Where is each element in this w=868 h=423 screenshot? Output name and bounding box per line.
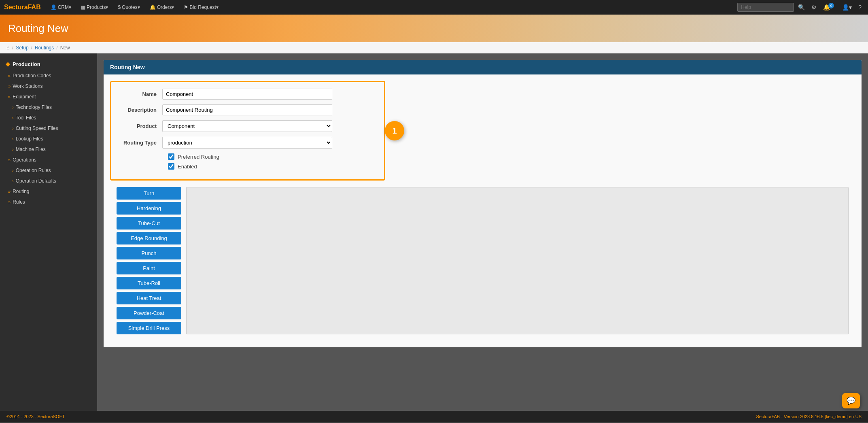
breadcrumb-setup[interactable]: Setup — [16, 45, 28, 51]
nav-quotes[interactable]: $ Quotes▾ — [114, 3, 144, 12]
chevron-icon: › — [12, 105, 14, 110]
op-btn-tube-cut[interactable]: Tube-Cut — [117, 217, 181, 230]
op-btn-punch[interactable]: Punch — [117, 247, 181, 259]
top-nav: SecturaFAB 👤 CRM▾ ▦ Products▾ $ Quotes▾ … — [0, 0, 868, 15]
routing-new-card: Routing New Name Description Product — [104, 60, 862, 347]
sidebar-item-equipment[interactable]: » Equipment — [0, 91, 97, 102]
product-label: Product — [118, 123, 162, 129]
operations-area: Turn Hardening Tube-Cut Edge Rounding Pu… — [110, 181, 855, 341]
nav-bid-request[interactable]: ⚑ Bid Request▾ — [180, 3, 222, 12]
settings-icon[interactable]: ⚙ — [809, 2, 819, 12]
name-label: Name — [118, 91, 162, 97]
header-banner: Routing New — [0, 15, 868, 42]
sidebar: ◆ Production » Production Codes » Work S… — [0, 53, 97, 411]
brand-part1: Sectura — [4, 4, 28, 11]
help-icon[interactable]: ? — [856, 2, 864, 12]
breadcrumb-current: New — [60, 45, 70, 51]
op-btn-tube-roll[interactable]: Tube-Roll — [117, 277, 181, 289]
enabled-checkbox[interactable] — [168, 163, 174, 170]
operations-detail-panel — [186, 187, 849, 334]
chevron-icon: › — [12, 147, 14, 152]
preferred-routing-checkbox[interactable] — [168, 153, 174, 160]
description-row: Description — [118, 104, 378, 115]
sidebar-item-technology-files[interactable]: › Technology Files — [0, 102, 97, 113]
chevron-icon: » — [8, 84, 11, 89]
chevron-icon: » — [8, 73, 11, 78]
chevron-icon: › — [12, 115, 14, 120]
enabled-row: Enabled — [118, 163, 378, 170]
user-icon[interactable]: 👤▾ — [840, 2, 854, 12]
nav-products[interactable]: ▦ Products▾ — [77, 3, 112, 12]
chevron-icon: » — [8, 157, 11, 162]
footer-version: SecturaFAB - Version 2023.8.16.5 [kec_de… — [756, 414, 862, 419]
chevron-icon: › — [12, 168, 14, 173]
description-input[interactable] — [162, 104, 332, 115]
diamond-icon: ◆ — [6, 61, 10, 67]
product-row: Product Component — [118, 120, 378, 132]
breadcrumb: ⌂ / Setup / Routings / New — [0, 42, 868, 53]
routing-type-select[interactable]: production — [162, 137, 332, 149]
footer: ©2014 - 2023 - SecturaSOFT SecturaFAB - … — [0, 411, 868, 422]
main-layout: ◆ Production » Production Codes » Work S… — [0, 53, 868, 411]
routing-type-label: Routing Type — [118, 140, 162, 146]
sidebar-item-tool-files[interactable]: › Tool Files — [0, 113, 97, 123]
sidebar-production-header: ◆ Production — [0, 57, 97, 70]
chevron-icon: » — [8, 94, 11, 99]
sidebar-item-routing[interactable]: » Routing — [0, 186, 97, 197]
op-btn-paint[interactable]: Paint — [117, 262, 181, 274]
footer-copyright: ©2014 - 2023 - SecturaSOFT — [6, 414, 65, 419]
name-input[interactable] — [162, 89, 332, 100]
nav-orders[interactable]: 🔔 Orders▾ — [146, 3, 178, 12]
chevron-icon: » — [8, 200, 11, 204]
op-btn-heat-treat[interactable]: Heat Treat — [117, 292, 181, 304]
preferred-routing-label: Preferred Routing — [178, 154, 219, 160]
op-btn-edge-rounding[interactable]: Edge Rounding — [117, 232, 181, 244]
sidebar-item-cutting-speed-files[interactable]: › Cutting Speed Files — [0, 123, 97, 134]
routing-type-row: Routing Type production — [118, 137, 378, 149]
sidebar-item-machine-files[interactable]: › Machine Files — [0, 144, 97, 155]
op-btn-turn[interactable]: Turn — [117, 187, 181, 200]
card-header: Routing New — [104, 60, 862, 74]
brand-logo: SecturaFAB — [4, 4, 41, 11]
operations-buttons-list: Turn Hardening Tube-Cut Edge Rounding Pu… — [117, 187, 181, 334]
sidebar-item-operations[interactable]: » Operations — [0, 155, 97, 165]
breadcrumb-routings[interactable]: Routings — [35, 45, 54, 51]
sidebar-item-lookup-files[interactable]: › Lookup Files — [0, 134, 97, 144]
nav-crm[interactable]: 👤 CRM▾ — [47, 3, 75, 12]
sidebar-item-work-stations[interactable]: » Work Stations — [0, 81, 97, 91]
sidebar-item-operation-defaults[interactable]: › Operation Defaults — [0, 176, 97, 186]
name-row: Name — [118, 89, 378, 100]
op-btn-hardening[interactable]: Hardening — [117, 202, 181, 215]
chat-button[interactable]: 💬 — [842, 393, 860, 408]
enabled-label: Enabled — [178, 164, 197, 170]
chevron-icon: » — [8, 189, 11, 194]
home-icon[interactable]: ⌂ — [6, 45, 10, 51]
chevron-icon: › — [12, 126, 14, 131]
page-title: Routing New — [8, 22, 68, 35]
brand-part2: FAB — [28, 4, 41, 11]
search-icon[interactable]: 🔍 — [796, 2, 807, 12]
sidebar-item-rules[interactable]: » Rules — [0, 197, 97, 207]
description-label: Description — [118, 107, 162, 113]
card-body: Name Description Product Component — [104, 74, 862, 347]
sidebar-section-label: Production — [13, 61, 40, 67]
notifications-icon[interactable]: 🔔0 — [821, 2, 838, 13]
tooltip-1: 1 — [385, 121, 404, 140]
chevron-icon: › — [12, 136, 14, 141]
routing-form: Name Description Product Component — [110, 81, 385, 181]
help-input[interactable] — [737, 3, 794, 12]
chevron-icon: › — [12, 179, 14, 183]
op-btn-simple-drill-press[interactable]: Simple Drill Press — [117, 322, 181, 334]
sidebar-item-production-codes[interactable]: » Production Codes — [0, 70, 97, 81]
sidebar-item-operation-rules[interactable]: › Operation Rules — [0, 165, 97, 176]
op-btn-powder-coat[interactable]: Powder-Coat — [117, 307, 181, 319]
content-area: Routing New Name Description Product — [97, 53, 868, 411]
preferred-routing-row: Preferred Routing — [118, 153, 378, 160]
product-select[interactable]: Component — [162, 120, 332, 132]
